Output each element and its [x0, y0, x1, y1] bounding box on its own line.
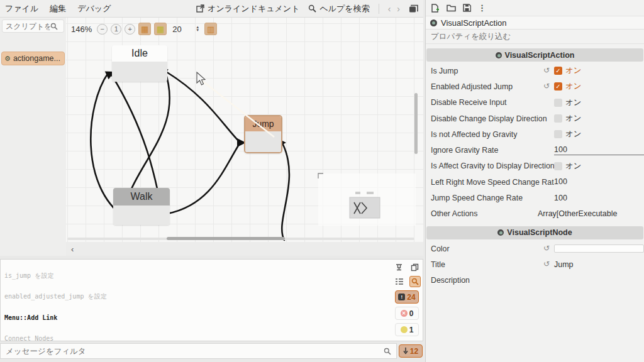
- history-nav: ‹ ›: [388, 4, 400, 14]
- revert-icon[interactable]: ↺: [543, 82, 550, 90]
- property-filter-input[interactable]: [426, 32, 644, 41]
- history-back-button[interactable]: ‹: [388, 4, 391, 14]
- sidebar-item-actiongame[interactable]: ⚙ actiongame...: [1, 52, 65, 65]
- checkbox-label: オン: [565, 161, 582, 172]
- script-pages-icon[interactable]: [409, 4, 418, 13]
- checkbox-unchecked[interactable]: [554, 114, 562, 123]
- checkbox-unchecked[interactable]: [554, 99, 562, 107]
- number-field[interactable]: 100: [554, 194, 644, 203]
- stopped-count-badge[interactable]: ✕ 0: [395, 307, 419, 320]
- copy-icon: [411, 263, 419, 272]
- log-line: is_jump を設定: [4, 272, 382, 279]
- checkbox-unchecked[interactable]: [554, 162, 562, 170]
- history-forward-button[interactable]: ›: [397, 4, 400, 14]
- sidebar-item-label: actiongame...: [13, 54, 60, 63]
- warning-count-badge[interactable]: 1: [395, 323, 419, 336]
- minimap-toggle-button[interactable]: ▥: [204, 23, 217, 35]
- zoom-in-button[interactable]: +: [125, 24, 135, 35]
- message-filter-input[interactable]: [1, 347, 384, 356]
- stop-icon: ✕: [401, 310, 408, 317]
- revert-icon[interactable]: ↺: [543, 260, 550, 268]
- grid-icon: ▦: [157, 25, 164, 34]
- section-header-visualscriptnode[interactable]: VisualScriptNode: [426, 226, 643, 239]
- property-label: Other Actions: [431, 209, 538, 218]
- log-line: enabled_adjusted_jump を設定: [4, 293, 382, 300]
- revert-icon[interactable]: ↺: [543, 244, 550, 253]
- checkbox-label: オン: [565, 81, 582, 92]
- zoom-level: 146%: [71, 25, 92, 34]
- search-icon: [411, 278, 419, 285]
- property-label: Description: [431, 276, 554, 285]
- property-label: Disable Change Display Direction: [431, 114, 554, 123]
- zoom-reset-button[interactable]: 1: [111, 24, 121, 35]
- log-collapse-list-button[interactable]: [394, 276, 405, 287]
- property-row-disable-receive-input: Disable Receive Input オン: [426, 95, 644, 111]
- collapsed-count: 12: [410, 347, 418, 356]
- clear-icon: [395, 263, 403, 272]
- log-side-controls: ! 24 ✕ 0 1: [393, 261, 421, 336]
- revert-icon[interactable]: ↺: [543, 66, 550, 75]
- property-filter-row: [426, 30, 644, 44]
- graph-node-walk[interactable]: Walk: [113, 188, 170, 225]
- collapsed-count-badge[interactable]: 12: [399, 344, 423, 358]
- number-field[interactable]: 100: [554, 177, 644, 187]
- script-sidebar: ⚙ actiongame...: [0, 18, 66, 256]
- graph-node-idle[interactable]: Idle: [112, 45, 167, 82]
- title-field[interactable]: Jump: [554, 260, 574, 269]
- menu-edit[interactable]: 編集: [50, 3, 66, 14]
- graph-canvas[interactable]: Idle Jump Walk 146%: [66, 18, 423, 242]
- property-row-is-affect-gravity-to-display-direction: Is Affect Gravity to Display Direction オ…: [426, 158, 644, 174]
- script-search-input[interactable]: [3, 22, 50, 31]
- log-search-toggle[interactable]: [409, 276, 421, 287]
- menu-bar: ファイル 編集 デバッグ オンラインドキュメント ヘルプを検索 ‹ ›: [0, 0, 423, 18]
- property-label: Is not Affected by Gravity: [431, 130, 554, 139]
- help-search-link[interactable]: ヘルプを検索: [308, 3, 369, 14]
- edited-resource-name: VisualScriptAction: [441, 18, 507, 28]
- more-options-icon[interactable]: ⋮: [478, 3, 486, 13]
- zoom-out-button[interactable]: −: [97, 24, 108, 35]
- snap-spinner[interactable]: ▲▼: [196, 26, 199, 32]
- load-folder-icon[interactable]: [447, 4, 456, 12]
- property-label: Is Affect Gravity to Display Direction: [431, 162, 554, 170]
- save-icon[interactable]: [463, 4, 471, 12]
- menu-file[interactable]: ファイル: [5, 3, 38, 14]
- message-filter-bar: [0, 343, 397, 359]
- number-field[interactable]: 100: [554, 145, 644, 155]
- menu-debug[interactable]: デバッグ: [77, 3, 111, 14]
- checkbox-checked[interactable]: ✓: [554, 82, 562, 90]
- color-swatch[interactable]: [554, 244, 644, 253]
- output-log-panel[interactable]: is_jump を設定 enabled_adjusted_jump を設定 Me…: [0, 259, 423, 341]
- search-icon: [50, 23, 58, 30]
- array-value[interactable]: Array[OtherExecutable: [538, 209, 617, 218]
- stopped-count: 0: [409, 309, 414, 318]
- section-title: VisualScriptAction: [505, 51, 575, 60]
- edited-resource-row[interactable]: VisualScriptAction: [426, 16, 644, 30]
- log-clear-button[interactable]: [394, 261, 405, 273]
- graph-node-jump[interactable]: Jump: [244, 115, 282, 153]
- log-line: Connect Nodes: [4, 335, 382, 341]
- online-docs-link[interactable]: オンラインドキュメント: [196, 3, 299, 14]
- h-scrollbar-thumb[interactable]: [167, 237, 285, 240]
- snap-grid-icon: ▦: [141, 25, 148, 34]
- v-scrollbar-thumb[interactable]: [414, 93, 418, 154]
- checkbox-unchecked[interactable]: [554, 130, 562, 138]
- warning-count: 1: [409, 326, 414, 334]
- list-filter-icon: [395, 278, 404, 285]
- snap-distance-value[interactable]: 20: [172, 25, 191, 34]
- collapse-left-arrow[interactable]: ‹: [71, 244, 74, 254]
- new-resource-icon[interactable]: [431, 4, 440, 13]
- section-header-visualscriptaction[interactable]: VisualScriptAction: [426, 48, 643, 62]
- node-walk-body: [113, 206, 170, 225]
- help-search-icon: [308, 4, 316, 13]
- property-row-ignore-gravity-rate: Ignore Gravity Rate 100: [426, 142, 644, 158]
- property-label: Disable Receive Input: [431, 98, 554, 107]
- checkbox-checked[interactable]: ✓: [554, 67, 562, 75]
- grid-toggle-button[interactable]: ▦: [154, 23, 167, 35]
- property-row-color: Color ↺: [426, 241, 644, 256]
- arrow-down-icon: [403, 348, 408, 354]
- log-copy-button[interactable]: [409, 261, 421, 273]
- error-count-badge[interactable]: ! 24: [395, 290, 419, 304]
- snap-toggle-button[interactable]: ▦: [138, 23, 151, 35]
- property-label: Is Jump: [431, 67, 554, 75]
- search-icon: [384, 348, 391, 355]
